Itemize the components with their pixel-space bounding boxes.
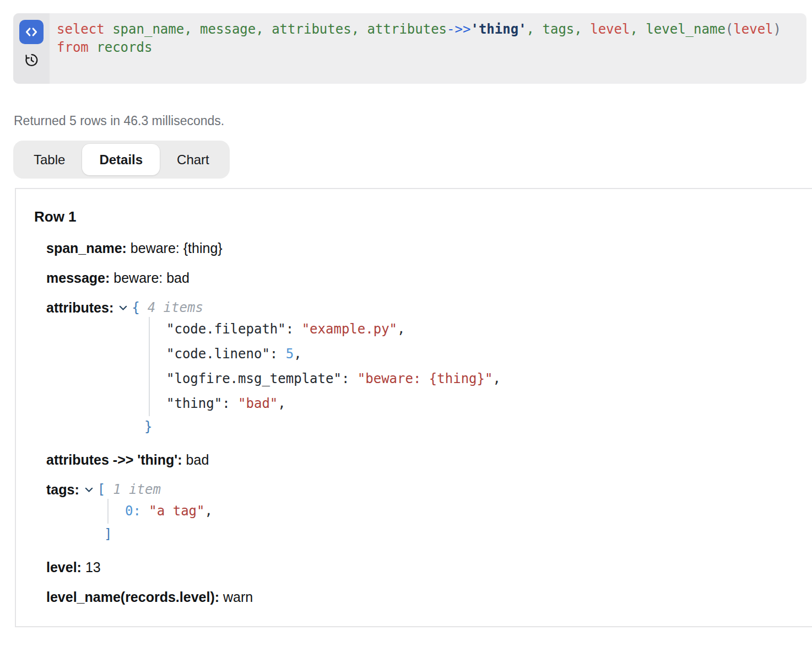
sql-token: select [57,21,105,37]
query-history-button[interactable] [23,52,40,68]
close-brace: } [144,416,812,437]
sql-token: level_name [646,21,726,37]
json-comma: , [492,371,500,386]
row-title: Row 1 [34,208,812,225]
sql-line-1: select span_name, message, attributes, a… [57,20,806,39]
sql-token: tags [543,21,575,37]
sql-token: ) [773,21,781,37]
sql-token: , [574,21,590,37]
sql-token: attributes [272,21,351,37]
editor-gutter [13,13,50,84]
field-label: tags: [46,482,79,497]
chevron-down-icon[interactable] [85,487,93,493]
field-value: beware: bad [113,270,190,286]
field-value: beware: {thing} [131,240,223,256]
row-fields: span_name: beware: {thing} message: bewa… [46,241,812,604]
json-entry: "code.filepath": "example.py", [166,317,812,342]
sql-query-input[interactable]: select span_name, message, attributes, a… [50,13,806,84]
json-comma: , [397,321,405,337]
sql-token: message [200,21,256,37]
open-brace: { [132,300,139,315]
sql-token: records [96,40,152,55]
sql-token [105,21,112,37]
json-key: "logfire.msg_template": [166,371,349,386]
json-value: "beware: {thing}" [358,371,493,386]
sql-line-2: from records [57,39,806,57]
field-level: level: 13 [46,560,812,574]
json-entry: "thing": "bad", [166,391,812,416]
field-span-name: span_name: beware: {thing} [46,241,812,255]
tags-json-header: tags: [ 1 item [46,482,812,497]
tab-chart[interactable]: Chart [160,144,226,175]
result-view-tabs: Table Details Chart [13,141,230,179]
sql-token: from [57,40,89,55]
json-entry: 0: "a tag", [125,499,812,524]
json-key: "thing": [166,396,230,411]
field-label: message: [46,270,110,286]
json-comma: , [278,396,285,411]
items-count: 1 item [113,482,161,497]
sql-token: 'thing' [470,21,526,37]
tab-table[interactable]: Table [17,144,82,175]
sql-token: , [184,21,200,37]
json-comma: , [294,346,301,362]
tab-details[interactable]: Details [82,144,160,175]
json-value: "bad" [238,396,278,411]
json-index: 0: [125,503,141,519]
field-message: message: beware: bad [46,271,812,285]
json-comma: , [205,503,213,519]
tags-json-entries: 0: "a tag", [107,499,812,524]
close-bracket: ] [104,524,812,545]
sql-token: attributes [367,21,447,37]
json-value: "a tag" [149,503,204,519]
open-bracket: [ [98,482,105,497]
query-status-text: Returned 5 rows in 46.3 milliseconds. [14,114,812,128]
chevron-down-icon[interactable] [119,305,127,311]
sql-token: , [527,21,543,37]
json-key: "code.filepath": [166,321,294,337]
field-label: level_name(records.level): [46,589,219,605]
details-panel: Row 1 span_name: beware: {thing} message… [15,188,812,627]
code-icon [24,25,39,39]
json-key: "code.lineno": [166,346,278,362]
field-attributes: attributes: { 4 items "code.filepath": "… [46,300,812,437]
code-toggle-button[interactable] [19,20,44,44]
sql-token [89,40,96,55]
field-label: attributes ->> 'thing': [46,452,182,467]
field-label: attributes: [46,300,113,315]
field-level-name: level_name(records.level): warn [46,590,812,604]
sql-token: span_name [112,21,184,37]
json-value: "example.py" [302,321,397,337]
sql-editor: select span_name, message, attributes, a… [13,13,806,84]
field-label: span_name: [46,240,127,256]
attributes-json-header: attributes: { 4 items [46,300,812,315]
field-tags: tags: [ 1 item 0: "a tag", ] [46,482,812,545]
field-value: 13 [85,559,101,575]
json-entry: "code.lineno": 5, [166,342,812,367]
sql-token: ->> [447,21,470,37]
json-value: 5 [286,346,294,362]
sql-token: , [256,21,272,37]
field-attributes-thing: attributes ->> 'thing': bad [46,453,812,467]
sql-token: level [733,21,773,37]
history-icon [24,52,39,68]
field-label: level: [46,559,82,575]
sql-token: , [630,21,646,37]
field-value: warn [223,589,253,605]
items-count: 4 items [148,300,203,315]
sql-token: level [590,21,630,37]
json-entry: "logfire.msg_template": "beware: {thing}… [166,367,812,391]
sql-token: ( [726,21,733,37]
sql-token: , [351,21,367,37]
attributes-json-entries: "code.filepath": "example.py", "code.lin… [149,317,812,416]
field-value: bad [186,452,209,467]
